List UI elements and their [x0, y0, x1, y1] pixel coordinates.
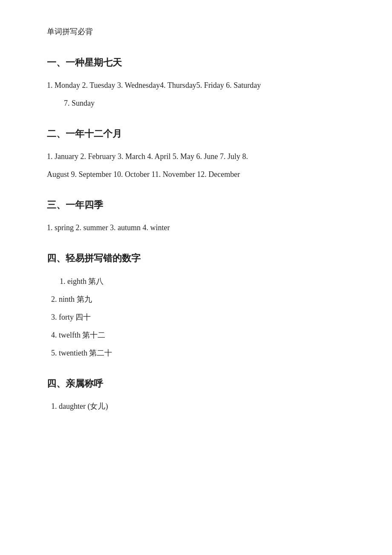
section-months-heading: 二、一年十二个月 — [47, 126, 345, 141]
section-days-content: 1. Monday 2. Tuesday 3. Wednesday4. Thur… — [47, 78, 345, 111]
section-months-content: 1. January 2. February 3. March 4. April… — [47, 149, 345, 182]
days-line1: 1. Monday 2. Tuesday 3. Wednesday4. Thur… — [47, 78, 345, 93]
months-line1: 1. January 2. February 3. March 4. April… — [47, 149, 345, 164]
number-item-5: 5. twentieth 第二十 — [47, 345, 345, 361]
section-seasons-heading: 三、一年四季 — [47, 197, 345, 212]
section-days: 一、一种星期七天 1. Monday 2. Tuesday 3. Wednesd… — [47, 55, 345, 111]
months-line2: August 9. September 10. October 11. Nove… — [47, 167, 345, 182]
number-item-2: 2. ninth 第九 — [47, 292, 345, 307]
number-item-4: 4. twelfth 第十二 — [47, 327, 345, 343]
seasons-line1: 1. spring 2. summer 3. autumn 4. winter — [47, 220, 345, 235]
section-numbers: 四、轻易拼写错的数字 1. eighth 第八 2. ninth 第九 3. f… — [47, 251, 345, 360]
number-item-3: 3. forty 四十 — [47, 309, 345, 325]
number-item-1: 1. eighth 第八 — [47, 274, 345, 289]
section-numbers-content: 1. eighth 第八 2. ninth 第九 3. forty 四十 4. … — [47, 274, 345, 361]
section-days-heading: 一、一种星期七天 — [47, 55, 345, 70]
page-title: 单词拼写必背 — [47, 26, 345, 38]
days-line2: 7. Sunday — [47, 95, 345, 111]
section-seasons: 三、一年四季 1. spring 2. summer 3. autumn 4. … — [47, 197, 345, 235]
section-seasons-content: 1. spring 2. summer 3. autumn 4. winter — [47, 220, 345, 235]
section-months: 二、一年十二个月 1. January 2. February 3. March… — [47, 126, 345, 182]
section-family: 四、亲属称呼 1. daughter (女儿) — [47, 376, 345, 414]
section-family-content: 1. daughter (女儿) — [47, 399, 345, 414]
section-numbers-heading: 四、轻易拼写错的数字 — [47, 251, 345, 266]
section-family-heading: 四、亲属称呼 — [47, 376, 345, 391]
family-item-1: 1. daughter (女儿) — [47, 399, 345, 414]
